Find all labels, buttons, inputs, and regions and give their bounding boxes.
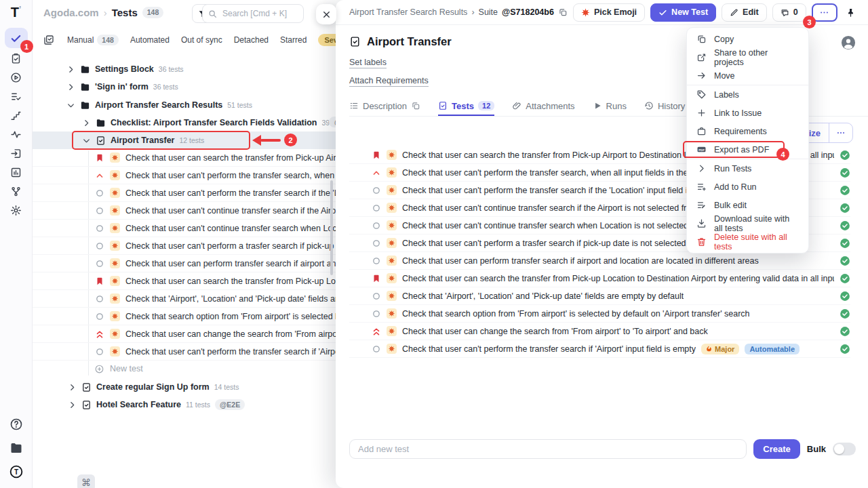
test-row[interactable]: Check that user can't continue transfer …	[33, 202, 336, 220]
chevron-down-icon[interactable]	[82, 136, 91, 145]
brand-logo[interactable]: T	[9, 465, 23, 481]
attach-requirements-link[interactable]: Attach Requirements	[349, 76, 429, 87]
search-box[interactable]	[202, 4, 304, 23]
menu-item-requirements[interactable]: Requirements	[687, 122, 808, 140]
create-button[interactable]: Create	[753, 439, 800, 459]
chevron-right-icon[interactable]	[66, 65, 75, 74]
projects-button[interactable]	[9, 441, 23, 458]
section-name[interactable]: Tests	[112, 7, 138, 18]
suite-label[interactable]: Checklist: Airport Transfer Search Field…	[111, 118, 317, 127]
tab-runs[interactable]: Runs	[593, 97, 627, 116]
rail-reports-nav[interactable]	[5, 163, 27, 181]
rail-checklists-nav[interactable]	[5, 87, 27, 105]
suite-row-hotel-search[interactable]: Hotel Search Feature 11 tests @E2E	[33, 396, 245, 413]
more-actions-button[interactable]	[812, 3, 837, 22]
test-row[interactable]: Check that user can search the transfer …	[33, 272, 336, 290]
rail-analytics-nav[interactable]	[5, 125, 27, 143]
menu-item-bulk-edit[interactable]: Bulk edit	[687, 196, 808, 214]
menu-item-labels[interactable]: Labels	[687, 85, 808, 104]
rail-settings-nav[interactable]	[5, 201, 27, 219]
suite-label[interactable]: Airport Transfer	[111, 136, 174, 145]
suite-label[interactable]: Create regular Sign Up form	[96, 382, 210, 392]
suite-label[interactable]: 'Sign in' form	[95, 82, 149, 92]
app-logo[interactable]: T’	[11, 5, 22, 19]
help-button[interactable]	[9, 418, 23, 434]
test-row[interactable]: Check that 'Airport', 'Location' and 'Pi…	[33, 290, 336, 308]
menu-item-share-to-other-projects[interactable]: Share to other projects	[687, 48, 808, 66]
rail-steps-nav[interactable]	[5, 106, 27, 124]
suite-label[interactable]: Settings Block	[95, 64, 154, 74]
menu-item-delete-suite-with-all-tests[interactable]: Delete suite with all tests	[687, 232, 808, 251]
breadcrumb-parent[interactable]: Airport Transfer Search Results	[349, 7, 467, 17]
chevron-right-icon[interactable]	[68, 401, 77, 409]
suite-row-airport-transfer[interactable]: Airport Transfer 12 tests	[33, 131, 204, 149]
project-name[interactable]: Agoda.com	[43, 7, 99, 18]
rail-import-nav[interactable]	[5, 144, 27, 162]
set-labels-link[interactable]: Set labels	[349, 58, 387, 68]
rail-tests-nav[interactable]: 1	[5, 28, 28, 48]
suite-row-settings-block[interactable]: Settings Block 36 tests	[33, 60, 184, 78]
suite-row-checklist[interactable]: Checklist: Airport Transfer Search Field…	[33, 114, 336, 131]
menu-item-export-as-pdf[interactable]: PDFExport as PDF4	[687, 140, 808, 159]
pick-emoji-button[interactable]: Pick Emoji	[573, 3, 645, 22]
tab-attachments[interactable]: Attachments	[512, 97, 574, 116]
tab-description[interactable]: Description	[349, 97, 420, 116]
tab-history[interactable]: History	[644, 97, 685, 116]
search-input[interactable]	[221, 8, 298, 19]
test-row[interactable]: Check that user can't perform the transf…	[33, 167, 336, 184]
suite-label[interactable]: Airport Transfer Search Results	[95, 100, 222, 110]
suite-row-sign-up-form[interactable]: Create regular Sign Up form 14 tests	[33, 378, 239, 396]
suite-label[interactable]: Hotel Search Feature	[96, 400, 181, 409]
copy-id-icon[interactable]	[558, 7, 568, 17]
chevron-right-icon[interactable]	[82, 119, 91, 127]
pin-button[interactable]	[843, 3, 859, 22]
test-row[interactable]: Check that user can perform transfer sea…	[33, 255, 336, 272]
menu-item-move[interactable]: Move	[687, 66, 808, 85]
close-panel-button[interactable]	[316, 4, 336, 24]
user-avatar[interactable]	[841, 35, 856, 50]
suite-row-sign-in-form[interactable]: 'Sign in' form 36 tests	[33, 78, 178, 96]
test-row[interactable]: Check that user can't continue transfer …	[33, 220, 336, 237]
suite-row-search-results[interactable]: Airport Transfer Search Results 51 tests	[33, 96, 252, 114]
filter-tab-manual[interactable]: Manual148	[67, 35, 119, 46]
filter-tab-starred[interactable]: Starred	[280, 35, 307, 45]
rail-runs-nav[interactable]	[5, 68, 27, 86]
menu-item-add-to-run[interactable]: Add to Run	[687, 178, 808, 196]
menu-item-link-to-issue[interactable]: Link to Issue	[687, 104, 808, 122]
test-row[interactable]: Check that user can't perform the transf…	[33, 343, 336, 361]
test-row[interactable]: Check that user can search the transfer …	[349, 270, 850, 287]
filter-tab-sev[interactable]: Sev	[318, 34, 336, 46]
chevron-right-icon[interactable]	[68, 383, 77, 392]
menu-item-download-suite-with-all-tests[interactable]: Download suite with all tests	[687, 214, 808, 232]
edit-button[interactable]: Edit	[722, 3, 767, 22]
chevron-down-icon[interactable]	[66, 101, 75, 110]
filter-tab-automated[interactable]: Automated	[130, 35, 170, 45]
bulk-toggle[interactable]	[833, 443, 856, 455]
filter-tab-out-of-sync[interactable]: Out of sync	[181, 35, 222, 45]
comments-button[interactable]: 0	[772, 3, 806, 22]
test-row[interactable]: Check that search option from 'From airp…	[33, 308, 336, 325]
tab-tests[interactable]: Tests12	[438, 97, 494, 116]
new-test-row[interactable]: New test	[94, 360, 143, 378]
test-row[interactable]: Check that 'Airport', 'Location' and 'Pi…	[349, 287, 850, 305]
chevron-right-icon[interactable]	[66, 83, 75, 92]
test-row[interactable]: Check that user can't perform a trasfer …	[33, 237, 336, 255]
new-test-button[interactable]: New Test	[650, 3, 716, 22]
summarize-more-button[interactable]	[829, 123, 852, 142]
test-row[interactable]: Check that search option from 'From airp…	[349, 305, 850, 323]
test-row[interactable]: Check that user can't perform the transf…	[33, 184, 336, 202]
close-suite-button[interactable]	[865, 3, 868, 22]
test-row[interactable]: Check that user can change the search fr…	[33, 325, 336, 343]
scrollbar-thumb[interactable]	[330, 180, 333, 275]
test-row[interactable]: Check that user can perform transfer sea…	[349, 252, 850, 270]
rail-pull-requests-nav[interactable]	[5, 182, 27, 200]
test-row[interactable]: Check that user can't perform the transf…	[349, 340, 850, 358]
test-row[interactable]: Check that user can search the transfer …	[33, 149, 336, 167]
add-test-input[interactable]	[349, 439, 747, 459]
test-row[interactable]: Check that user can change the search fr…	[349, 323, 850, 340]
filter-tab-detached[interactable]: Detached	[234, 35, 269, 45]
select-tests-icon[interactable]	[43, 35, 54, 45]
menu-item-copy[interactable]: Copy	[687, 30, 808, 48]
menu-item-run-tests[interactable]: Run Tests	[687, 159, 808, 178]
rail-plans-nav[interactable]	[5, 49, 27, 67]
